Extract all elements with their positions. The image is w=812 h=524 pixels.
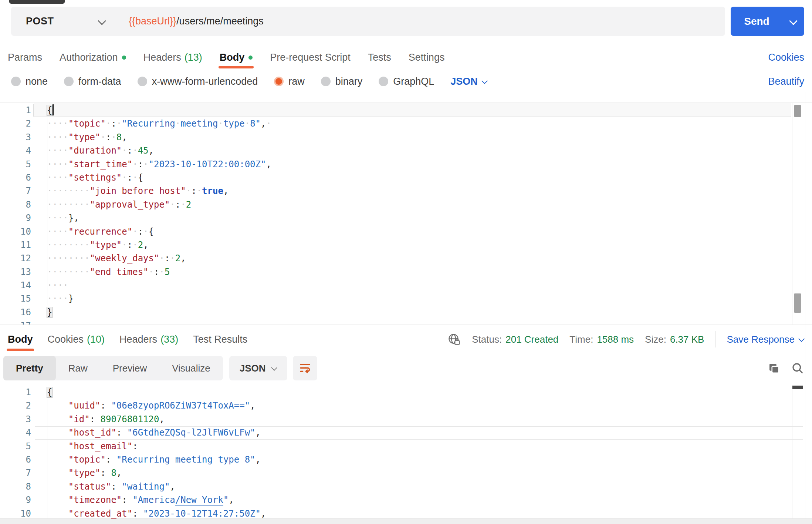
code-token: ·: [122, 240, 127, 250]
code-text: ········"join_before_host"·:·true,: [31, 184, 229, 198]
code-token: ,: [170, 481, 175, 492]
tab-tests[interactable]: Tests: [368, 46, 391, 68]
code-token: ,: [149, 145, 154, 156]
response-language-label: JSON: [240, 363, 266, 374]
code-line[interactable]: 5····"start_time"·:·"2023-10-10T22:00:00…: [0, 158, 812, 171]
radio-label: GraphQL: [393, 76, 434, 87]
code-line[interactable]: 10····"recurrence"·:·{: [0, 225, 812, 238]
tab-settings[interactable]: Settings: [409, 46, 445, 68]
scrollbar-thumb[interactable]: [794, 293, 801, 313]
code-line[interactable]: 13········"end_times"·:·5: [0, 265, 812, 279]
code-token: ·: [175, 118, 180, 129]
body-type-none[interactable]: none: [11, 76, 48, 87]
tab-pre-request-script[interactable]: Pre-request Script: [270, 46, 351, 68]
body-type-form-data[interactable]: form-data: [64, 76, 121, 87]
tab-headers[interactable]: Headers(33): [119, 325, 178, 353]
workspace-tab-remnant[interactable]: [9, 0, 65, 4]
code-line[interactable]: 5 "host_email":: [0, 440, 812, 453]
code-line[interactable]: 1{: [0, 386, 812, 399]
tab-authorization[interactable]: Authorization: [60, 46, 126, 68]
radio-label: form-data: [78, 76, 121, 87]
copy-icon[interactable]: [767, 362, 781, 375]
method-selector[interactable]: POST: [11, 7, 118, 36]
cookies-link[interactable]: Cookies: [768, 52, 804, 63]
code-line[interactable]: 8········"approval_type"·:·2: [0, 198, 812, 211]
code-line[interactable]: 3 "id": 89076801120,: [0, 413, 812, 426]
code-line[interactable]: 2····"topic"·:·"Recurring·meeting·type·8…: [0, 117, 812, 130]
code-token: ,: [261, 118, 266, 129]
body-language-label: JSON: [450, 76, 478, 87]
line-number: 17: [0, 319, 31, 325]
code-text: "host_id": "6GtdheZQSq-l2JlFW6vLFw",: [31, 426, 261, 439]
code-line[interactable]: 9····},: [0, 211, 812, 225]
code-line[interactable]: 15····}: [0, 292, 812, 305]
code-line[interactable]: 10 "created_at": "2023-10-12T14:27:50Z",: [0, 507, 812, 519]
code-line[interactable]: 2 "uuid": "06e8zyopRO6ZiW37t4ToxA==",: [0, 399, 812, 412]
tab-params[interactable]: Params: [8, 46, 42, 68]
code-token: ·: [132, 159, 138, 169]
code-token: "timezone": [68, 495, 122, 505]
code-line[interactable]: 9 "timezone": "America/New_York",: [0, 493, 812, 507]
send-options-button[interactable]: [783, 7, 804, 36]
view-preview[interactable]: Preview: [100, 356, 159, 380]
code-line[interactable]: 16}: [0, 306, 812, 319]
code-token: }: [47, 307, 52, 318]
code-line[interactable]: 3····"type"·:·8,: [0, 131, 812, 144]
view-pretty[interactable]: Pretty: [3, 356, 56, 380]
url-input[interactable]: {{baseUrl}}/users/me/meetings: [118, 7, 725, 36]
response-body-viewer[interactable]: 1{2 "uuid": "06e8zyopRO6ZiW37t4ToxA==",3…: [0, 385, 812, 519]
scrollbar-thumb[interactable]: [794, 105, 801, 117]
code-line[interactable]: 14····: [0, 279, 812, 292]
view-visualize[interactable]: Visualize: [159, 356, 223, 380]
request-body-editor[interactable]: 1{2····"topic"·:·"Recurring·meeting·type…: [0, 103, 812, 325]
code-token: :: [127, 240, 132, 250]
code-token: [47, 454, 68, 465]
code-token: [122, 427, 127, 438]
code-line[interactable]: 6 "topic": "Recurring meeting type 8",: [0, 453, 812, 466]
code-text: "timezone": "America/New_York",: [31, 493, 234, 507]
tab-body[interactable]: Body: [8, 325, 33, 353]
code-token: ·: [101, 132, 106, 142]
tab-test-results[interactable]: Test Results: [193, 325, 247, 353]
code-line[interactable]: 7········"join_before_host"·:·true,: [0, 184, 812, 198]
code-token: ,: [266, 159, 271, 169]
tab-cookies[interactable]: Cookies(10): [48, 325, 105, 353]
scrollbar-thumb[interactable]: [792, 386, 803, 389]
vertical-divider: [715, 331, 715, 347]
tab-headers[interactable]: Headers(13): [143, 46, 202, 68]
save-response-button[interactable]: Save Response: [727, 334, 804, 345]
code-line[interactable]: 8 "status": "waiting",: [0, 480, 812, 493]
body-language-selector[interactable]: JSON: [450, 76, 487, 87]
code-token: [47, 414, 68, 424]
globe-lock-icon: [447, 333, 461, 346]
code-line[interactable]: 1{: [0, 104, 812, 117]
body-type-x-www-form-urlencoded[interactable]: x-www-form-urlencoded: [138, 76, 258, 87]
code-line[interactable]: 4····"duration"·:·45,: [0, 144, 812, 157]
response-language-selector[interactable]: JSON: [229, 356, 287, 380]
radio-icon: [11, 77, 21, 86]
horizontal-scrollbar[interactable]: [0, 518, 812, 524]
code-text: "created_at": "2023-10-12T14:27:50Z",: [31, 507, 266, 519]
code-line[interactable]: 7 "type": 8,: [0, 466, 812, 480]
code-line[interactable]: 12········"weekly_days"·:·2,: [0, 252, 812, 265]
body-type-raw[interactable]: raw: [274, 76, 305, 87]
body-type-binary[interactable]: binary: [321, 76, 363, 87]
body-type-graphql[interactable]: GraphQL: [379, 76, 434, 87]
code-line[interactable]: 6····"settings"·:·{: [0, 171, 812, 184]
code-line[interactable]: 17: [0, 319, 812, 325]
response-code-lines: 1{2 "uuid": "06e8zyopRO6ZiW37t4ToxA==",3…: [0, 385, 812, 519]
body-type-row: noneform-datax-www-form-urlencodedrawbin…: [11, 73, 804, 90]
search-icon[interactable]: [791, 362, 804, 375]
wrap-text-button[interactable]: [293, 356, 317, 380]
code-token: ,: [74, 213, 79, 223]
code-line[interactable]: 11········"type"·:·2,: [0, 238, 812, 252]
code-token: ,: [250, 400, 255, 411]
send-button[interactable]: Send: [731, 7, 783, 36]
code-line[interactable]: 4 "host_id": "6GtdheZQSq-l2JlFW6vLFw",: [0, 426, 812, 439]
code-token: ·: [122, 145, 127, 156]
view-raw[interactable]: Raw: [56, 356, 100, 380]
code-token: "Recurring: [122, 118, 175, 129]
beautify-link[interactable]: Beautify: [768, 76, 804, 87]
tab-body[interactable]: Body: [220, 46, 253, 68]
url-path: /users/me/meetings: [176, 16, 264, 27]
